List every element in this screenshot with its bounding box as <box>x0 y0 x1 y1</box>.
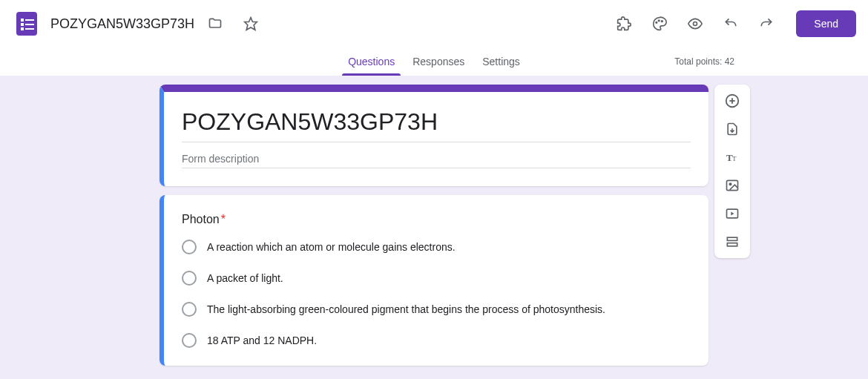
svg-marker-7 <box>245 18 257 30</box>
tab-questions[interactable]: Questions <box>348 47 395 76</box>
svg-rect-3 <box>21 23 24 26</box>
required-star: * <box>221 213 226 225</box>
form-description[interactable]: Form description <box>182 148 691 168</box>
question-card[interactable]: Photon* A reaction which an atom or mole… <box>160 195 708 366</box>
total-points-label: Total points: 42 <box>674 56 734 67</box>
option-text: 18 ATP and 12 NADPH. <box>207 334 317 346</box>
form-title[interactable]: POZYGAN5W33GP73H <box>182 108 691 142</box>
svg-point-18 <box>729 183 731 185</box>
addons-icon[interactable] <box>609 9 639 39</box>
add-image-icon[interactable] <box>719 175 746 196</box>
option-text: A reaction which an atom or molecule gai… <box>207 241 456 253</box>
forms-logo[interactable] <box>12 9 42 39</box>
form-title-card[interactable]: POZYGAN5W33GP73H Form description <box>160 85 708 186</box>
option-text: A packet of light. <box>207 272 283 284</box>
tabs-bar: Questions Responses Settings Total point… <box>0 47 868 76</box>
svg-point-10 <box>662 21 663 22</box>
svg-point-9 <box>659 20 660 22</box>
svg-rect-1 <box>21 19 24 22</box>
option-row[interactable]: A reaction which an atom or molecule gai… <box>182 240 691 254</box>
svg-rect-4 <box>25 24 34 25</box>
radio-icon <box>182 240 197 254</box>
option-row[interactable]: 18 ATP and 12 NADPH. <box>182 333 691 348</box>
svg-rect-21 <box>727 237 737 240</box>
svg-rect-2 <box>25 19 34 21</box>
move-to-folder-icon[interactable] <box>200 9 230 39</box>
doc-title[interactable]: POZYGAN5W33GP73H <box>50 16 194 32</box>
side-toolbar: TT <box>714 85 750 258</box>
question-title[interactable]: Photon* <box>182 213 691 226</box>
svg-point-11 <box>694 22 697 26</box>
radio-icon <box>182 302 197 317</box>
tab-settings[interactable]: Settings <box>482 47 520 76</box>
option-row[interactable]: A packet of light. <box>182 271 691 286</box>
palette-icon[interactable] <box>645 9 674 39</box>
question-title-text: Photon <box>182 213 220 225</box>
add-question-icon[interactable] <box>719 90 746 111</box>
import-questions-icon[interactable] <box>719 119 746 139</box>
redo-icon[interactable] <box>752 9 781 39</box>
option-text: The light-absorbing green-coloured pigme… <box>207 303 605 315</box>
star-icon[interactable] <box>236 9 266 39</box>
main-area: POZYGAN5W33GP73H Form description Photon… <box>0 76 868 375</box>
svg-text:T: T <box>732 155 737 162</box>
add-section-icon[interactable] <box>719 231 746 252</box>
svg-marker-20 <box>731 212 734 216</box>
options-list: A reaction which an atom or molecule gai… <box>182 240 691 348</box>
preview-icon[interactable] <box>680 9 710 39</box>
option-row[interactable]: The light-absorbing green-coloured pigme… <box>182 302 691 317</box>
radio-icon <box>182 271 197 286</box>
svg-point-8 <box>656 22 657 24</box>
radio-icon <box>182 333 197 348</box>
send-button[interactable]: Send <box>796 10 856 37</box>
add-video-icon[interactable] <box>719 203 746 224</box>
add-title-icon[interactable]: TT <box>719 147 746 168</box>
svg-rect-22 <box>727 243 737 246</box>
svg-rect-6 <box>25 28 34 30</box>
app-header: POZYGAN5W33GP73H Send <box>0 0 868 47</box>
svg-rect-5 <box>21 27 24 30</box>
undo-icon[interactable] <box>716 9 746 39</box>
tab-responses[interactable]: Responses <box>412 47 464 76</box>
